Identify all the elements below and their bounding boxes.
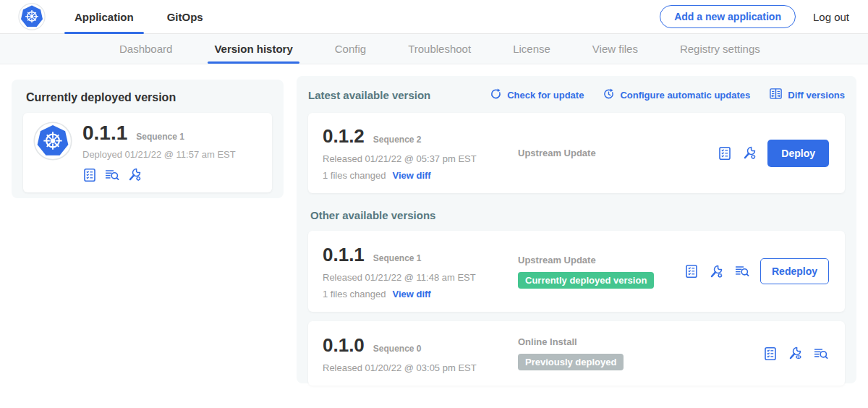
checklist-icon[interactable] [763, 347, 778, 361]
version-source: Upstream Update [509, 148, 718, 158]
clock-refresh-icon [603, 88, 615, 102]
view-diff-link[interactable]: View diff [392, 170, 430, 181]
released-timestamp: Released 01/21/22 @ 11:48 am EST [323, 272, 509, 283]
files-changed-label: 1 files changed [323, 289, 386, 299]
wrench-eye-icon[interactable] [788, 346, 803, 361]
configure-automatic-updates-label: Configure automatic updates [620, 90, 750, 101]
version-info: 0.1.0 Sequence 0 Released 01/20/22 @ 03:… [323, 334, 509, 373]
version-history-panel: Latest available version Check for updat… [297, 76, 856, 383]
diff-versions-link[interactable]: Diff versions [769, 87, 845, 103]
version-actions [763, 346, 830, 361]
currently-deployed-title: Currently deployed version [26, 91, 272, 104]
sequence-label: Sequence 1 [373, 253, 422, 263]
version-card-0-1-2: 0.1.2 Sequence 2 Released 01/21/22 @ 05:… [308, 113, 845, 193]
check-for-update-label: Check for update [507, 90, 584, 101]
version-source: Upstream Update Currently deployed versi… [509, 255, 684, 289]
deploy-button[interactable]: Deploy [767, 140, 829, 167]
version-number: 0.1.1 [323, 244, 365, 266]
tab-application[interactable]: Application [58, 0, 150, 33]
version-number: 0.1.0 [323, 334, 365, 357]
version-actions: Redeploy [684, 258, 830, 284]
tab-version-history[interactable]: Version history [193, 34, 313, 64]
tab-license[interactable]: License [492, 34, 571, 64]
released-timestamp: Released 01/21/22 @ 05:37 pm EST [323, 153, 509, 164]
tab-gitops[interactable]: GitOps [150, 0, 220, 33]
refresh-icon [490, 88, 502, 102]
lines-magnifier-icon[interactable] [813, 347, 829, 361]
check-for-update-link[interactable]: Check for update [490, 88, 584, 102]
kubernetes-logo [18, 3, 46, 30]
deployed-version-number: 0.1.1 [82, 122, 127, 145]
version-source: Online Install Previously deployed [509, 336, 763, 370]
currently-deployed-panel: Currently deployed version 0.1.1 Sequenc… [12, 80, 284, 198]
kubernetes-app-icon [33, 122, 72, 161]
header-right: Add a new application Log out [660, 0, 849, 33]
deployed-timestamp: Deployed 01/21/22 @ 11:57 am EST [82, 149, 236, 160]
app-header: Application GitOps Add a new application… [0, 0, 868, 34]
tab-troubleshoot[interactable]: Troubleshoot [387, 34, 492, 64]
latest-version-title: Latest available version [308, 89, 430, 101]
version-info: 0.1.1 Sequence 1 Released 01/21/22 @ 11:… [323, 244, 509, 299]
currently-deployed-badge: Currently deployed version [518, 272, 654, 289]
source-label: Online Install [518, 336, 763, 347]
checklist-icon[interactable] [684, 264, 699, 279]
wrench-gear-icon[interactable] [742, 145, 757, 161]
diff-columns-icon [769, 87, 783, 103]
tab-registry-settings[interactable]: Registry settings [659, 34, 781, 64]
files-changed-label: 1 files changed [323, 170, 386, 181]
tab-config[interactable]: Config [314, 34, 387, 64]
version-number: 0.1.2 [323, 125, 365, 148]
add-application-button[interactable]: Add a new application [660, 5, 796, 28]
checklist-icon[interactable] [718, 146, 732, 161]
lines-magnifier-icon[interactable] [734, 264, 750, 279]
other-versions-title: Other available versions [310, 209, 845, 221]
version-card-0-1-0: 0.1.0 Sequence 0 Released 01/20/22 @ 03:… [308, 321, 845, 386]
source-label: Upstream Update [518, 255, 684, 265]
diff-versions-label: Diff versions [788, 90, 845, 101]
deployed-version-info: 0.1.1 Sequence 1 Deployed 01/21/22 @ 11:… [82, 122, 236, 182]
sequence-label: Sequence 0 [373, 344, 422, 354]
panel-actions: Check for update Configure automatic upd… [490, 87, 845, 103]
configure-automatic-updates-link[interactable]: Configure automatic updates [603, 88, 750, 102]
view-diff-link[interactable]: View diff [392, 289, 430, 299]
redeploy-button[interactable]: Redeploy [760, 258, 829, 284]
source-label: Upstream Update [518, 148, 718, 158]
header-tabs: Application GitOps [58, 0, 220, 33]
lines-magnifier-icon[interactable] [104, 168, 120, 182]
deployed-version-card: 0.1.1 Sequence 1 Deployed 01/21/22 @ 11:… [23, 113, 272, 192]
wrench-gear-icon[interactable] [709, 264, 724, 279]
latest-version-header: Latest available version Check for updat… [308, 86, 845, 103]
logout-link[interactable]: Log out [813, 11, 849, 23]
deployed-sequence-label: Sequence 1 [136, 132, 184, 142]
version-actions: Deploy [718, 140, 830, 167]
checklist-icon[interactable] [82, 168, 97, 182]
tab-view-files[interactable]: View files [571, 34, 659, 64]
app-subnav: Dashboard Version history Config Trouble… [0, 34, 868, 64]
sequence-label: Sequence 2 [373, 135, 422, 145]
wrench-gear-icon[interactable] [127, 167, 142, 182]
version-info: 0.1.2 Sequence 2 Released 01/21/22 @ 05:… [323, 125, 509, 181]
tab-dashboard[interactable]: Dashboard [98, 34, 193, 64]
previously-deployed-badge: Previously deployed [518, 354, 624, 370]
version-card-0-1-1: 0.1.1 Sequence 1 Released 01/21/22 @ 11:… [308, 231, 845, 312]
released-timestamp: Released 01/20/22 @ 03:05 pm EST [323, 362, 509, 373]
